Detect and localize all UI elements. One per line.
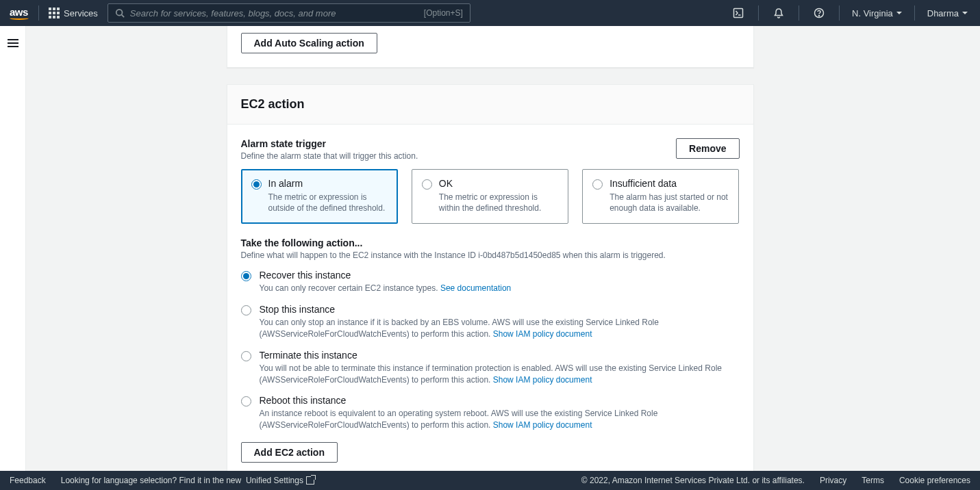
nav-divider	[758, 5, 759, 21]
account-menu[interactable]: Dharma	[925, 8, 970, 18]
region-label: N. Virginia	[852, 8, 893, 18]
nav-divider	[839, 5, 840, 21]
help-icon	[814, 8, 825, 18]
svg-point-0	[116, 10, 123, 16]
aws-logo[interactable]: aws	[10, 7, 29, 20]
nav-divider	[38, 5, 39, 21]
chevron-down-icon	[962, 12, 968, 14]
top-nav: aws Services Search for services, featur…	[0, 0, 980, 26]
cloudshell-icon	[733, 8, 744, 18]
services-menu-button[interactable]: Services	[49, 8, 98, 18]
user-label: Dharma	[927, 8, 959, 18]
chevron-down-icon	[896, 12, 902, 14]
svg-rect-2	[734, 9, 743, 18]
nav-divider	[914, 5, 915, 21]
bell-icon	[773, 8, 784, 18]
search-icon	[115, 8, 125, 18]
grid-icon	[49, 8, 60, 18]
notifications-button[interactable]	[768, 8, 789, 18]
cloudshell-button[interactable]	[728, 8, 749, 18]
help-button[interactable]	[809, 8, 829, 18]
global-search-input[interactable]: Search for services, features, blogs, do…	[108, 3, 470, 23]
svg-line-1	[121, 15, 124, 18]
search-placeholder: Search for services, features, blogs, do…	[130, 8, 418, 18]
nav-divider	[799, 5, 799, 21]
svg-point-5	[818, 15, 819, 16]
services-label: Services	[64, 8, 98, 18]
region-selector[interactable]: N. Virginia	[849, 8, 905, 18]
search-shortcut: [Option+S]	[424, 8, 463, 18]
